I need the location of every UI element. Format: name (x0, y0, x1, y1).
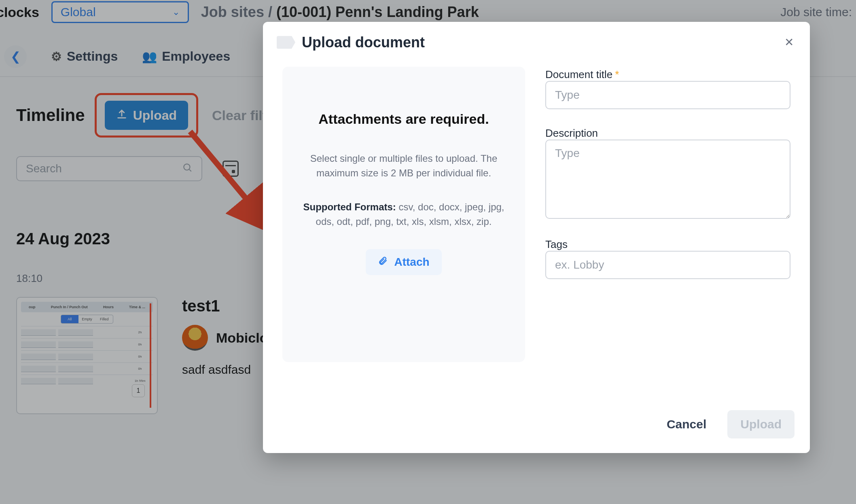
dropzone-formats: Supported Formats: csv, doc, docx, jpeg,… (299, 200, 509, 229)
dropzone-heading: Attachments are required. (299, 111, 509, 127)
formats-label: Supported Formats (303, 201, 392, 212)
upload-submit-button[interactable]: Upload (727, 410, 795, 438)
tag-icon (277, 36, 295, 49)
tags-group: Tags (545, 238, 790, 279)
upload-document-modal: Upload document ✕ Attachments are requir… (263, 22, 810, 453)
cancel-button[interactable]: Cancel (654, 410, 719, 438)
label-text: Tags (545, 238, 568, 251)
description-group: Description (545, 127, 790, 220)
modal-footer: Cancel Upload (263, 398, 810, 453)
attachment-dropzone[interactable]: Attachments are required. Select single … (282, 67, 525, 362)
form-column: Document title * Description Tags (545, 67, 790, 398)
description-label: Description (545, 127, 790, 140)
required-asterisk-icon: * (615, 68, 619, 81)
modal-body: Attachments are required. Select single … (263, 63, 810, 398)
dropzone-subtext: Select single or multiple files to uploa… (299, 151, 509, 180)
doc-title-label: Document title * (545, 68, 790, 81)
tags-label: Tags (545, 238, 790, 251)
modal-header: Upload document ✕ (263, 22, 810, 63)
attach-button[interactable]: Attach (366, 249, 441, 275)
doc-title-input[interactable] (545, 81, 790, 109)
label-text: Document title (545, 68, 612, 81)
attach-label: Attach (394, 256, 429, 269)
close-button[interactable]: ✕ (782, 33, 796, 51)
close-icon: ✕ (784, 36, 794, 49)
description-input[interactable] (545, 140, 790, 219)
doc-title-group: Document title * (545, 68, 790, 109)
modal-title: Upload document (302, 34, 425, 51)
paperclip-icon (378, 255, 388, 270)
label-text: Description (545, 127, 598, 140)
tags-input[interactable] (545, 251, 790, 279)
